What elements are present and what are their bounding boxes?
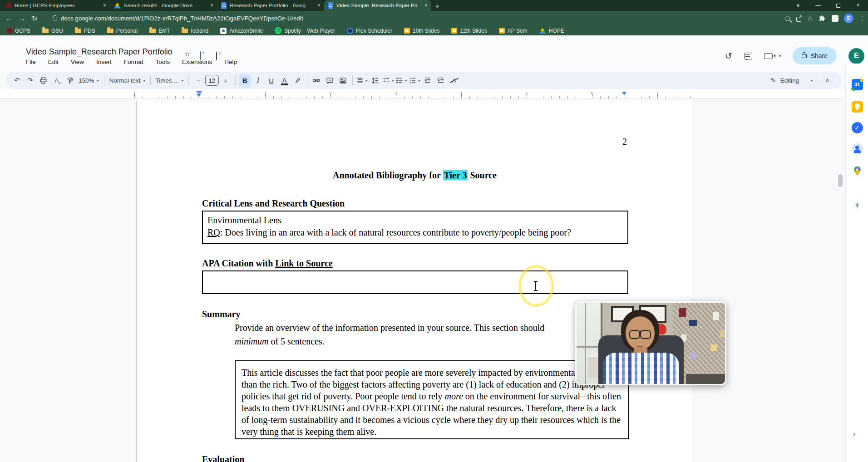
window-maximize-button[interactable]	[828, 0, 848, 11]
menu-insert[interactable]: Insert	[96, 59, 112, 65]
decrease-indent-button[interactable]	[422, 74, 434, 87]
underline-button[interactable]: U	[265, 74, 277, 87]
webcam-video-overlay[interactable]	[575, 301, 726, 385]
bookmark-gcps[interactable]: GCPS	[7, 28, 30, 34]
decrease-font-size-button[interactable]: −	[192, 74, 204, 87]
extensions-puzzle-icon[interactable]	[819, 15, 826, 22]
tasks-button[interactable]: ✓	[851, 122, 863, 133]
star-document-icon[interactable]: ☆	[184, 50, 190, 58]
back-button[interactable]: ←	[3, 15, 15, 22]
document-page[interactable]: 2 Annotated Bibliography for Tier 3 Sour…	[136, 101, 692, 462]
redo-button[interactable]: ↷	[24, 74, 36, 87]
bookmark-folder-gsu[interactable]: GSU	[42, 28, 63, 34]
tab-gcps-home[interactable]: Home | GCPS Employees ×	[3, 0, 110, 11]
tab-close-icon[interactable]: ×	[424, 3, 428, 8]
bookmark-amazonsmile[interactable]: aAmazonSmile	[220, 28, 263, 34]
tab-close-icon[interactable]: ×	[210, 3, 213, 8]
bookmark-ap-sem[interactable]: AP Sem	[499, 28, 528, 34]
menu-tools[interactable]: Tools	[156, 59, 170, 65]
bookmark-folder-personal[interactable]: Personal	[107, 28, 138, 34]
forward-button[interactable]: →	[15, 15, 28, 22]
bookmark-flex-scheduler[interactable]: Flex Scheduler	[347, 28, 392, 34]
docs-profile-avatar[interactable]: E	[848, 48, 864, 64]
browser-menu-icon[interactable]: ⋮	[859, 15, 865, 22]
bookmark-folder-iceland[interactable]: Iceland	[182, 28, 208, 34]
bookmark-folder-pds[interactable]: PDS	[75, 28, 95, 34]
numbered-list-button[interactable]: ▾	[409, 74, 421, 87]
ruler-number: 3	[395, 91, 397, 95]
window-close-button[interactable]: ×	[848, 0, 868, 11]
bookmark-spotify[interactable]: Spotify – Web Player	[275, 27, 335, 34]
undo-button[interactable]: ↶	[11, 74, 23, 87]
clear-formatting-button[interactable]: A	[448, 74, 460, 87]
reload-button[interactable]: ↻	[28, 15, 41, 23]
increase-font-size-button[interactable]: +	[220, 74, 232, 87]
bold-button[interactable]: B	[239, 74, 251, 87]
summary-box[interactable]: This article discusses the fact that poo…	[235, 360, 629, 439]
text-color-button[interactable]: A	[278, 74, 291, 87]
editing-mode-select[interactable]: ✎ Editing ▾	[770, 77, 814, 84]
bookmark-star-icon[interactable]: ☆	[807, 15, 813, 23]
https-lock-icon[interactable]	[53, 17, 57, 20]
paragraph-style-select[interactable]: Normal text▾	[108, 74, 147, 87]
tab-video-sample-active[interactable]: Video Sample_Research Paper Po ×	[324, 0, 431, 11]
bookmark-10th-slides[interactable]: 10th Slides	[404, 28, 439, 34]
bookmark-hope[interactable]: HOPE	[539, 28, 564, 34]
window-menu-icon[interactable]: ∨	[788, 0, 808, 11]
insert-image-button[interactable]	[337, 74, 349, 87]
contacts-button[interactable]	[851, 143, 863, 155]
window-minimize-button[interactable]: —	[808, 0, 828, 11]
new-tab-button[interactable]: +	[431, 0, 443, 11]
increase-indent-button[interactable]	[435, 74, 447, 87]
tab-drive-search[interactable]: Search results - Google Drive ×	[110, 0, 217, 11]
version-history-icon[interactable]: ↺	[725, 51, 732, 61]
add-comment-button[interactable]	[324, 74, 336, 87]
video-call-button[interactable]: ▾	[764, 53, 781, 59]
url-text[interactable]: docs.google.com/document/d/1PiO2z-xrR7qi…	[61, 15, 303, 22]
menu-view[interactable]: View	[71, 59, 84, 65]
bulleted-list-button[interactable]: ▾	[395, 74, 408, 87]
calendar-button[interactable]: 31	[851, 79, 863, 90]
print-button[interactable]	[37, 74, 49, 87]
tab-close-icon[interactable]: ×	[317, 3, 321, 8]
paint-format-button[interactable]	[64, 74, 76, 87]
document-title[interactable]: Video Sample_Research Paper Portfolio	[26, 47, 173, 57]
insert-link-button[interactable]	[311, 74, 323, 87]
browser-profile-avatar[interactable]: E	[844, 14, 853, 23]
keep-button[interactable]	[851, 101, 863, 113]
line-spacing-button[interactable]	[369, 74, 381, 87]
share-page-icon[interactable]	[795, 15, 802, 22]
hide-menus-button[interactable]: ∧	[821, 74, 833, 87]
maps-button[interactable]	[851, 165, 863, 177]
zoom-magnifier-icon[interactable]	[785, 16, 790, 21]
checklist-button[interactable]: ▾	[382, 74, 395, 87]
hide-side-panel-chevron-icon[interactable]: ›	[853, 429, 856, 438]
align-button[interactable]: ▾	[356, 74, 368, 87]
tab-research-paper-portfolio[interactable]: Research Paper Portfolio - Goog ×	[217, 0, 324, 11]
right-indent-marker[interactable]	[622, 92, 626, 95]
get-addons-button[interactable]: +	[851, 200, 863, 211]
bookmark-folder-emt[interactable]: EMT	[149, 28, 170, 34]
bookmark-12th-slides[interactable]: 12th Slides	[451, 28, 487, 34]
comments-icon[interactable]	[744, 53, 752, 59]
highlight-color-button[interactable]	[291, 74, 304, 87]
menu-file[interactable]: File	[26, 59, 36, 65]
spelling-check-button[interactable]: A✓	[50, 74, 63, 87]
left-indent-marker[interactable]	[197, 93, 201, 97]
vertical-scrollbar-thumb[interactable]	[838, 174, 843, 187]
extension-icon[interactable]	[832, 15, 838, 22]
menu-extensions[interactable]: Extensions	[182, 59, 212, 65]
critical-lens-box[interactable]: Environmental Lens RQ: Does living in an…	[202, 211, 628, 244]
zoom-select[interactable]: 150%▾	[77, 74, 101, 87]
font-family-select[interactable]: Times ...▾	[154, 74, 185, 87]
tab-close-icon[interactable]: ×	[103, 3, 106, 8]
menu-edit[interactable]: Edit	[48, 59, 59, 65]
share-button[interactable]: Share	[793, 47, 837, 64]
pencil-icon: ✎	[770, 77, 775, 84]
font-size-input[interactable]: 12	[205, 75, 219, 86]
first-line-indent-marker[interactable]	[197, 91, 202, 93]
italic-button[interactable]: I	[252, 74, 264, 87]
menu-format[interactable]: Format	[124, 59, 143, 65]
apa-citation-box[interactable]	[202, 270, 628, 294]
menu-help[interactable]: Help	[224, 59, 237, 65]
